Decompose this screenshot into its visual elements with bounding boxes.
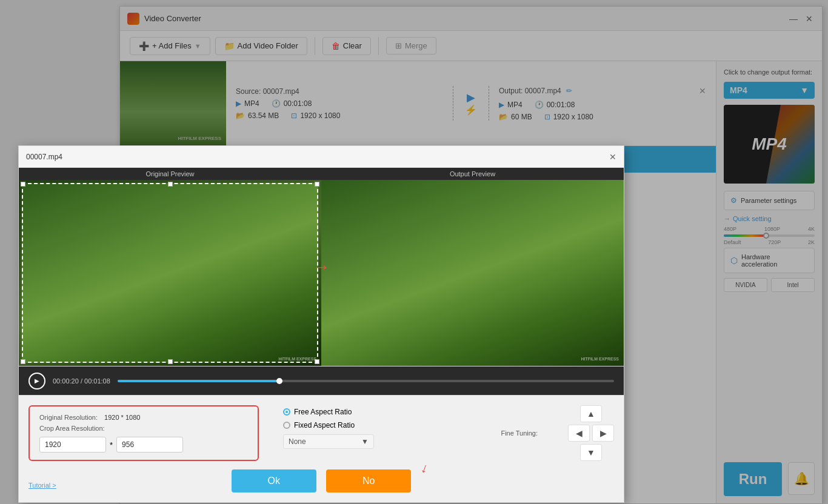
playback-controls: ▶ 00:00:20 / 00:01:08 [19,366,624,395]
output-image: HITFILM EXPRESS [321,180,624,366]
free-aspect-radio-indicator [283,408,290,416]
ft-lr-row: ◀ ▶ [568,425,614,442]
crop-output-panel: Output Preview HITFILM EXPRESS [321,168,624,366]
fine-tuning-section: Fine Tuning: ▲ ◀ ▶ ▼ [501,405,614,461]
aspect-arrow: ▼ [361,437,369,446]
fine-tuning-label: Fine Tuning: [501,429,538,437]
multiply-sign: * [110,440,113,449]
time-display: 00:00:20 / 00:01:08 [53,377,110,385]
crop-area-label: Crop Area Resolution: [39,425,248,432]
crop-original-panel: Original Preview HITFILM EXPRESS [19,168,321,366]
handle-tc[interactable] [168,182,173,187]
crop-close-button[interactable]: ✕ [609,152,616,162]
orig-watermark: HITFILM EXPRESS [278,357,316,361]
original-res-value: 1920 * 1080 [104,414,140,421]
original-image: HITFILM EXPRESS [19,180,321,366]
original-image-container: HITFILM EXPRESS [19,180,321,366]
out-watermark: HITFILM EXPRESS [581,357,619,361]
progress-fill [118,380,281,382]
crop-action-row: Tutorial > Ok No [28,469,614,492]
original-res-label: Original Resolution: 1920 * 1080 [39,414,248,421]
crop-bottom-row: Original Resolution: 1920 * 1080 Crop Ar… [28,405,614,461]
crop-preview-area: Original Preview HITFILM EXPRESS [19,168,624,366]
fine-tuning-controls: ▲ ◀ ▶ ▼ [568,405,614,461]
handle-bc[interactable] [168,359,173,364]
ft-up-button[interactable]: ▲ [580,405,602,422]
ft-left-button[interactable]: ◀ [568,425,590,442]
crop-height-input[interactable] [116,437,183,453]
crop-resolution-section: Original Resolution: 1920 * 1080 Crop Ar… [28,405,259,461]
crop-dialog-title: 00007.mp4 [26,153,609,161]
play-button[interactable]: ▶ [28,373,45,390]
crop-bottom: Original Resolution: 1920 * 1080 Crop Ar… [19,395,624,502]
handle-bl[interactable] [21,359,25,364]
progress-bar[interactable] [118,380,614,382]
handle-tr[interactable] [315,182,319,187]
ok-button[interactable]: Ok [232,469,316,492]
crop-width-input[interactable] [39,437,106,453]
handle-tl[interactable] [21,182,25,187]
fixed-aspect-radio-indicator [283,422,290,429]
crop-dialog: 00007.mp4 ✕ Original Preview HITF [18,145,624,503]
no-button[interactable]: No [326,469,411,492]
aspect-ratio-section: Free Aspect Ratio Fixed Aspect Ratio Non… [283,405,374,449]
crop-res-inputs: * [39,437,248,453]
progress-thumb[interactable] [276,378,282,384]
crop-title-bar: 00007.mp4 ✕ [19,146,624,168]
ft-right-button[interactable]: ▶ [592,425,614,442]
free-aspect-radio[interactable]: Free Aspect Ratio [283,408,374,416]
ft-down-button[interactable]: ▼ [580,444,602,461]
crop-selection[interactable] [22,183,318,363]
output-preview-label: Output Preview [321,168,624,180]
aspect-dropdown[interactable]: None ▼ [283,434,374,449]
original-preview-label: Original Preview [19,168,321,180]
fixed-aspect-radio[interactable]: Fixed Aspect Ratio [283,421,374,429]
tutorial-link[interactable]: Tutorial > [28,482,56,489]
